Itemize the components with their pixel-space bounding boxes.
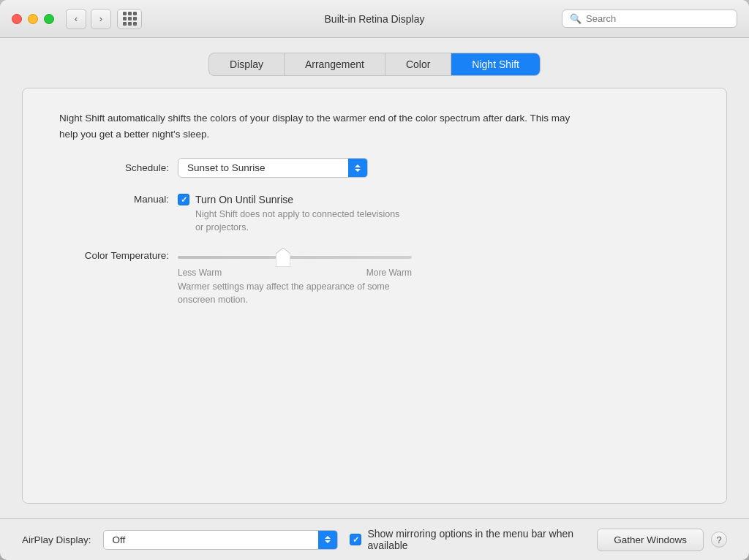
slider-col: Less Warm More Warm Warmer settings may … <box>178 250 412 306</box>
slider-note: Warmer settings may affect the appearanc… <box>178 281 397 306</box>
back-button[interactable]: ‹ <box>66 9 86 29</box>
window-title: Built-in Retina Display <box>325 13 425 25</box>
manual-row: Manual: ✓ Turn On Until Sunrise Night Sh… <box>59 194 690 234</box>
traffic-lights <box>12 14 54 24</box>
search-icon: 🔍 <box>570 13 581 24</box>
description-text: Night Shift automatically shifts the col… <box>59 110 571 142</box>
less-warm-label: Less Warm <box>178 268 222 278</box>
checkmark-icon: ✓ <box>181 195 187 205</box>
bottom-area: AirPlay Display: Off ✓ Show mirroring op… <box>0 519 749 560</box>
airplay-select-wrapper: Off <box>103 530 339 550</box>
titlebar: ‹ › Built-in Retina Display 🔍 <box>0 0 749 38</box>
slider-container <box>178 250 412 265</box>
bottom-right: Gather Windows ? <box>597 529 727 551</box>
system-preferences-window: ‹ › Built-in Retina Display 🔍 Display Ar… <box>0 0 749 560</box>
slider-track <box>178 256 412 259</box>
search-input[interactable] <box>586 13 729 24</box>
grid-button[interactable] <box>117 9 142 29</box>
night-shift-panel: Night Shift automatically shifts the col… <box>22 88 727 504</box>
mirroring-checkbox[interactable]: ✓ <box>350 534 361 545</box>
grid-icon <box>123 12 137 26</box>
manual-note: Night Shift does not apply to connected … <box>195 208 400 234</box>
schedule-select[interactable]: Sunset to Sunrise Off Custom <box>178 158 368 178</box>
schedule-row: Schedule: Sunset to Sunrise Off Custom <box>59 158 690 178</box>
manual-label: Manual: <box>59 194 169 205</box>
content-area: Display Arrangement Color Night Shift Ni… <box>0 38 749 518</box>
tab-bar: Display Arrangement Color Night Shift <box>208 53 541 76</box>
minimize-button[interactable] <box>28 14 38 24</box>
close-button[interactable] <box>12 14 22 24</box>
tab-display[interactable]: Display <box>209 53 285 75</box>
slider-thumb[interactable] <box>276 248 290 267</box>
tab-night-shift[interactable]: Night Shift <box>451 53 540 75</box>
help-button[interactable]: ? <box>711 531 727 548</box>
maximize-button[interactable] <box>44 14 54 24</box>
manual-group: ✓ Turn On Until Sunrise Night Shift does… <box>178 194 400 234</box>
nav-buttons: ‹ › <box>66 9 111 29</box>
color-temp-row: Color Temperature: Less Warm More Warm <box>59 250 690 306</box>
gather-windows-button[interactable]: Gather Windows <box>597 529 704 551</box>
airplay-label: AirPlay Display: <box>22 534 91 545</box>
more-warm-label: More Warm <box>366 268 412 278</box>
mirroring-checkmark-icon: ✓ <box>353 535 359 545</box>
schedule-label: Schedule: <box>59 162 169 173</box>
manual-checkbox[interactable]: ✓ <box>178 194 189 205</box>
mirroring-row: ✓ Show mirroring options in the menu bar… <box>350 528 585 551</box>
tab-color[interactable]: Color <box>385 53 451 75</box>
tab-arrangement[interactable]: Arrangement <box>285 53 385 75</box>
slider-labels: Less Warm More Warm <box>178 268 412 278</box>
mirroring-label: Show mirroring options in the menu bar w… <box>367 528 585 551</box>
svg-marker-0 <box>276 248 290 267</box>
manual-checkbox-row: ✓ Turn On Until Sunrise <box>178 194 400 205</box>
manual-checkbox-label: Turn On Until Sunrise <box>195 194 293 205</box>
search-box[interactable]: 🔍 <box>562 10 737 28</box>
airplay-select[interactable]: Off <box>103 530 339 550</box>
color-temp-label: Color Temperature: <box>59 250 169 261</box>
forward-button[interactable]: › <box>91 9 111 29</box>
schedule-select-wrapper: Sunset to Sunrise Off Custom <box>178 158 368 178</box>
